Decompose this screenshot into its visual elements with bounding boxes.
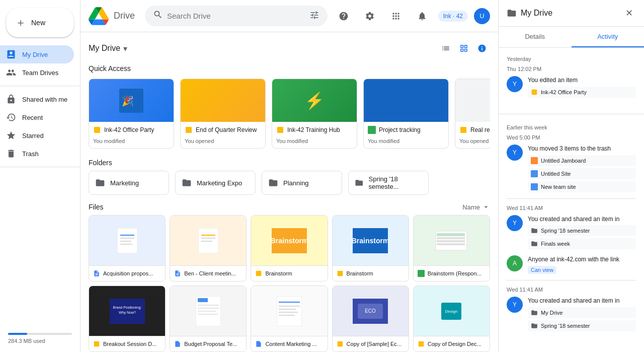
new-button[interactable]: ＋ New [6,8,74,37]
svg-text:Brainstorm: Brainstorm [272,237,307,245]
svg-text:ECO: ECO [365,308,376,314]
info-button[interactable] [474,40,490,56]
help-button[interactable] [334,6,354,26]
files-title: Files [89,203,104,211]
folder-marketing[interactable]: Marketing [89,171,169,195]
activity-text-4: You created and shared an item in [528,297,636,305]
sidebar-item-trash[interactable]: Trash [0,145,74,163]
file-thumb-9: ECO [333,286,409,336]
folder-planning[interactable]: Planning [262,171,342,195]
quick-card-name-5: Real real time [470,126,490,133]
file-info-7: Budget Proposal Te... [170,336,246,351]
quick-card-name-4: Project tracking [379,126,444,133]
svg-rect-3 [117,228,137,253]
list-view-button[interactable] [438,40,454,56]
svg-rect-82 [531,183,538,190]
sidebar-item-starred-label: Starred [22,132,44,139]
svg-rect-21 [437,243,465,245]
folders-grid: Marketing Marketing Expo Planning Spring… [89,171,490,195]
sidebar-item-team-drives[interactable]: Team Drives [0,63,74,82]
activity-file-2a[interactable]: Untitled Jamboard [528,155,636,166]
user-avatar[interactable]: U [474,8,490,24]
divider-2 [507,198,636,199]
svg-rect-2 [368,126,376,134]
quick-card-training[interactable]: ⚡ Ink-42 Training Hub You modified [272,79,357,149]
activity-avatar-2: Y [507,145,523,161]
folders-header: Folders [89,159,490,167]
sort-button[interactable]: Name [462,203,490,211]
notifications-button[interactable] [412,6,432,26]
my-drive-bar: My Drive ▾ [89,32,490,60]
activity-file-4a[interactable]: My Drive [528,307,636,318]
activity-file-name-3b: Finals week [541,241,570,247]
storage-section: 284.3 MB used [0,326,80,348]
file-breakout-session[interactable]: Brand Positioning:Why Now? Breakout Sess… [89,286,166,352]
quick-card-meta-1: You modified [89,138,174,148]
quick-card-info-2: End of Quarter Review [181,122,265,138]
quick-card-real-time[interactable]: Real real time You opened [455,79,490,149]
activity-text-3b: Anyone at ink-42.com with the link [528,255,636,264]
activity-section-yesterday: Yesterday Thu 12:02 PM Y You edited an i… [499,52,644,108]
folder-spring-semester[interactable]: Spring '18 semeste... [348,171,429,195]
activity-file-3b[interactable]: Finals week [528,238,636,249]
activity-section-earlier: Earlier this week Wed 5:00 PM Y You move… [499,120,644,341]
activity-file-4b[interactable]: Spring '18 semester [528,320,636,331]
svg-rect-22 [418,270,425,277]
close-icon: ✕ [625,8,633,19]
activity-text-1: You edited an item [528,76,636,85]
quick-card-ink42-office[interactable]: 🎉 Ink-42 Office Party You modified [89,79,174,149]
file-brainstorm-2[interactable]: Brainstorm Brainstorm [332,215,409,281]
settings-button[interactable] [360,6,380,26]
search-input[interactable] [167,12,305,20]
star-icon [6,130,16,140]
quick-card-meta-2: You opened [181,138,265,148]
file-copy-design-dec[interactable]: Design Copy of Design Dec... [413,286,490,352]
sidebar-item-recent[interactable]: Recent [0,108,74,126]
sidebar-divider-2 [0,167,80,167]
sidebar-item-shared-with-me[interactable]: Shared with me [0,90,74,108]
activity-label-earlier: Earlier this week [507,124,636,130]
storage-text: 284.3 MB used [8,338,45,344]
file-budget-proposal[interactable]: Budget Proposal Te... [170,286,247,352]
sidebar-item-my-drive[interactable]: My Drive [0,45,74,63]
file-copy-sample-eco[interactable]: ECO Copy of [Sample] Ec... [332,286,409,352]
close-panel-button[interactable]: ✕ [622,6,636,20]
activity-avatar-1: Y [507,76,523,92]
activity-file-name-4a: My Drive [541,310,562,316]
file-content-marketing[interactable]: Content Marketing ... [251,286,328,352]
file-brainstorm-responses[interactable]: Brainstorm (Respon... [413,215,490,281]
apps-button[interactable] [386,6,406,26]
quick-card-project-tracking[interactable]: Project tracking You modified [363,79,449,149]
content-area: My Drive ▾ Quick Access [80,32,498,352]
activity-file-2c[interactable]: New team site [528,181,636,192]
file-thumb-4: Brainstorm [333,216,409,266]
dropdown-icon: ▾ [123,44,127,53]
file-acquisition-proposal[interactable]: Acquisition propos... [89,215,166,281]
activity-file-3a[interactable]: Spring '18 semester [528,225,636,236]
search-bar[interactable] [145,6,328,26]
sidebar-item-starred[interactable]: Starred [0,126,74,145]
svg-text:Why Now?: Why Now? [119,311,136,315]
activity-avatar-3: Y [507,215,523,231]
file-info-9: Copy of [Sample] Ec... [333,336,409,351]
file-thumb-7 [170,286,246,336]
tab-activity[interactable]: Activity [572,27,645,47]
activity-item-4: Y You created and shared an item in My D… [507,297,636,331]
activity-file-1[interactable]: Ink-42 Office Party [528,87,636,98]
folder-marketing-expo[interactable]: Marketing Expo [175,171,256,195]
folder-planning-label: Planning [283,179,309,187]
panel-activity-content: Yesterday Thu 12:02 PM Y You edited an i… [499,48,644,352]
file-name-3: Brainstorm [265,270,292,276]
tab-details[interactable]: Details [499,27,572,47]
quick-card-end-quarter[interactable]: End of Quarter Review You opened [180,79,266,149]
grid-view-button[interactable] [456,40,472,56]
activity-body-2: You moved 3 items to the trash Untitled … [528,145,636,192]
activity-body-1: You edited an item Ink-42 Office Party [528,76,636,98]
my-drive-title[interactable]: My Drive ▾ [89,44,127,53]
file-brainstorm-1[interactable]: Brainstorm Brainstorm [251,215,328,281]
search-advanced-icon[interactable] [309,10,319,22]
file-ben-client[interactable]: Ben - Client meetin... [170,215,247,281]
activity-file-2b[interactable]: Untitled Site [528,168,636,179]
panel-header: My Drive ✕ [499,0,644,27]
quick-card-meta-3: You modified [272,138,357,148]
